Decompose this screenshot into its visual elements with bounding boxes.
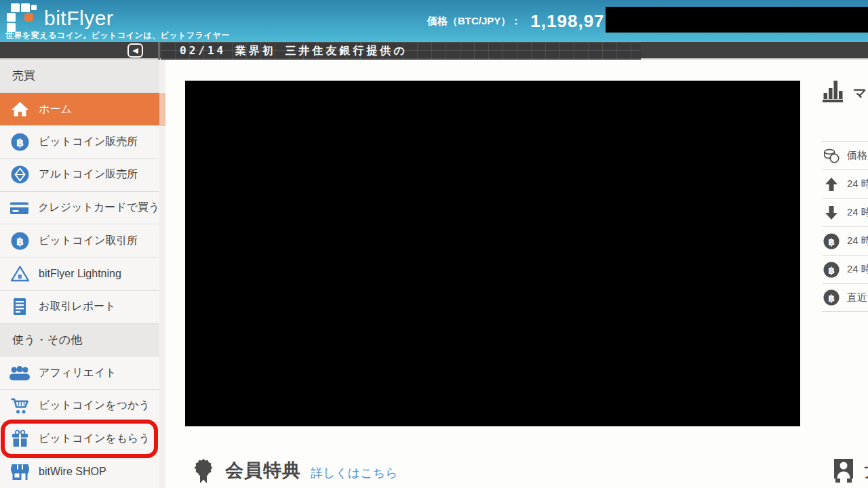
sidebar-item-exchange[interactable]: ฿ビットコイン取引所	[0, 224, 159, 258]
market-row-recent: ฿直近	[822, 283, 868, 312]
sidebar-gutter-active-segment	[159, 93, 165, 126]
ticker-text: 02/14 業界初 三井住友銀行提供の	[180, 43, 408, 59]
benefits-title: 会員特典	[225, 458, 301, 483]
sidebar-item-label: アフィリエイト	[39, 366, 117, 380]
redacted-header-area	[606, 7, 868, 33]
account-section-header: ア	[833, 458, 868, 487]
sidebar-section-label: 使う・その他	[12, 332, 82, 348]
affiliate-icon	[9, 365, 30, 381]
tagline: 世界を変えるコイン。ビットコインは、ビットフライヤー	[5, 30, 230, 41]
sidebar-item-label: bitFlyer Lightning	[39, 268, 121, 280]
market-row-24h-high: 24 時	[822, 169, 868, 198]
lightning-icon: ฿	[9, 265, 30, 282]
bar-chart-icon	[822, 79, 844, 106]
brand-name: bitFlyer	[44, 7, 113, 30]
sidebar-section-use-others: 使う・その他	[0, 324, 159, 357]
svg-text:฿: ฿	[16, 235, 23, 247]
ticker-divider	[158, 42, 160, 60]
arrow-up-icon	[823, 177, 840, 192]
bitcoin-dark-icon: ฿	[823, 289, 840, 306]
sidebar-section-trade: 売買	[0, 60, 159, 93]
shop-icon	[9, 464, 30, 481]
sidebar-item-altcoin-shop[interactable]: アルトコイン販売所	[0, 159, 159, 192]
market-row-label: 価格	[847, 149, 867, 162]
sidebar-item-lightning[interactable]: ฿bitFlyer Lightning	[0, 258, 159, 291]
coins-icon	[823, 148, 840, 164]
svg-text:฿: ฿	[16, 136, 23, 148]
bitcoin-icon: ฿	[9, 232, 30, 250]
sidebar-item-label: ビットコインをもらう	[39, 432, 150, 446]
gift-icon	[9, 430, 30, 448]
credit-card-icon	[9, 201, 29, 216]
svg-text:฿: ฿	[828, 264, 835, 275]
market-row-label: 24 時	[847, 235, 868, 247]
sidebar-item-label: ビットコイン販売所	[39, 135, 138, 149]
sidebar-item-bitcoin-shop[interactable]: ฿ビットコイン販売所	[0, 125, 159, 159]
market-row-label: 24 時	[847, 178, 868, 190]
account-title-partial: ア	[863, 462, 868, 483]
market-info-header: マ	[822, 79, 867, 106]
market-row-24h-btc-1: ฿24 時	[822, 226, 868, 255]
sidebar-item-label: お取引レポート	[39, 300, 116, 314]
svg-text:฿: ฿	[18, 273, 22, 280]
market-title-partial: マ	[853, 84, 867, 102]
market-stats-list: 価格24 時24 時฿24 時฿24 時฿直近	[822, 141, 868, 312]
market-row-label: 24 時	[847, 263, 868, 276]
sidebar-item-label: ビットコインをつかう	[39, 399, 150, 413]
sidebar: 売買ホーム฿ビットコイン販売所アルトコイン販売所クレジットカードで買う฿ビットコ…	[0, 60, 159, 488]
sidebar-item-credit-card[interactable]: クレジットカードで買う	[0, 192, 159, 225]
market-row-24h-btc-2: ฿24 時	[822, 255, 868, 283]
report-icon	[9, 298, 30, 316]
market-row-price: 価格	[822, 141, 868, 169]
back-arrow-icon: ◀	[132, 46, 138, 55]
bitcoin-icon: ฿	[9, 133, 30, 151]
price-label: 価格（BTC/JPY）：	[427, 15, 521, 28]
sidebar-item-get-bitcoin[interactable]: ビットコインをもらう	[0, 423, 159, 456]
sidebar-section-label: 売買	[12, 68, 35, 83]
bitflyer-home-page: bitFlyer 世界を変えるコイン。ビットコインは、ビットフライヤー 価格（B…	[0, 0, 868, 488]
member-benefits-section: 会員特典 詳しくはこちら	[194, 455, 398, 485]
bitcoin-dark-icon: ฿	[823, 262, 840, 278]
sidebar-item-label: bitWire SHOP	[39, 466, 106, 478]
sidebar-item-report[interactable]: お取引レポート	[0, 291, 159, 324]
redacted-content	[185, 81, 800, 426]
sidebar-item-label: アルトコイン販売所	[39, 167, 138, 182]
sidebar-item-bitwire-shop[interactable]: bitWire SHOP	[0, 455, 159, 488]
home-icon	[9, 101, 30, 117]
sidebar-item-affiliate[interactable]: アフィリエイト	[0, 357, 159, 390]
ribbon-icon	[194, 458, 213, 485]
market-row-label: 直近	[847, 291, 867, 304]
benefits-details-link[interactable]: 詳しくはこちら	[311, 465, 398, 481]
news-ticker-bar: ◀ 02/14 業界初 三井住友銀行提供の	[0, 42, 868, 60]
market-row-label: 24 時	[847, 206, 868, 219]
bitcoin-dark-icon: ฿	[823, 233, 840, 249]
svg-text:฿: ฿	[828, 236, 835, 247]
sidebar-item-home[interactable]: ホーム	[0, 93, 159, 126]
ticker-back-button[interactable]: ◀	[127, 43, 143, 58]
cart-icon	[9, 397, 30, 415]
sidebar-item-label: ホーム	[39, 102, 72, 117]
arrow-down-icon	[823, 205, 840, 220]
sidebar-item-label: ビットコイン取引所	[39, 234, 138, 248]
sidebar-item-use-bitcoin[interactable]: ビットコインをつかう	[0, 390, 159, 423]
header: bitFlyer 世界を変えるコイン。ビットコインは、ビットフライヤー 価格（B…	[0, 0, 868, 42]
altcoin-icon	[9, 165, 30, 184]
market-row-24h-low: 24 時	[822, 198, 868, 226]
person-icon	[833, 458, 854, 487]
sidebar-item-label: クレジットカードで買う	[38, 201, 159, 215]
svg-text:฿: ฿	[828, 293, 835, 304]
